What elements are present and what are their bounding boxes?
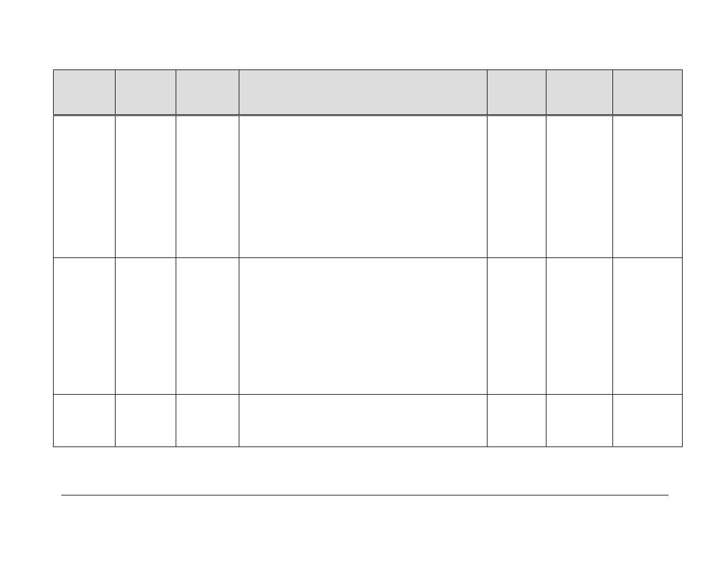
table-header-cell [487,70,546,115]
table-cell [54,395,116,447]
table-cell [546,258,613,395]
table-header-row [54,70,683,115]
table-cell [54,115,116,258]
table-cell [116,115,176,258]
table-cell [176,115,239,258]
table-cell [546,115,613,258]
table-header-cell [116,70,176,115]
table-cell [54,258,116,395]
table-header-cell [239,70,487,115]
table-cell [546,395,613,447]
table-cell [116,395,176,447]
table-cell [613,115,683,258]
table-cell [613,395,683,447]
table-row [54,258,683,395]
table-cell [239,395,487,447]
table-cell [116,258,176,395]
table-row [54,395,683,447]
table-cell [487,115,546,258]
data-table [53,70,683,447]
table-cell [487,258,546,395]
document-page [0,0,728,562]
table-cell [239,115,487,258]
table-cell [487,395,546,447]
table-cell [176,395,239,447]
table-header-cell [54,70,116,115]
table-cell [613,258,683,395]
table-cell [239,258,487,395]
table-header-cell [546,70,613,115]
table-header-cell [176,70,239,115]
table-row [54,115,683,258]
table-header-cell [613,70,683,115]
footer-divider [61,495,668,495]
table-cell [176,258,239,395]
